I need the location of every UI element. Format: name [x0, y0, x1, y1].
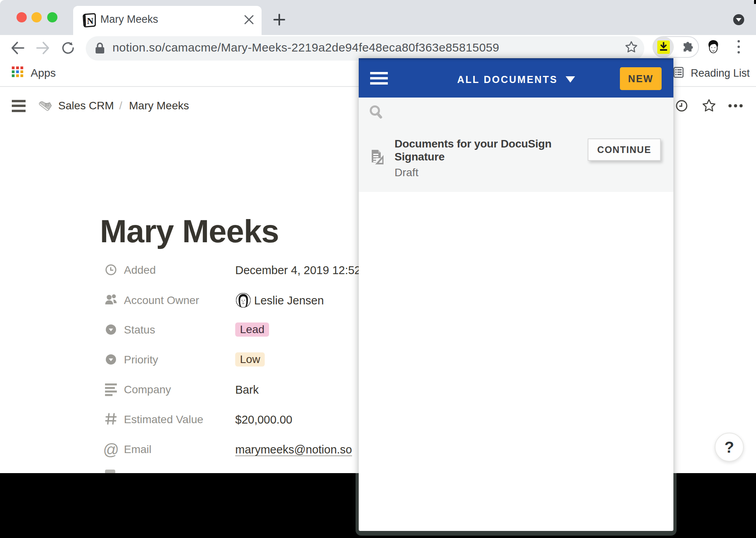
svg-text:N: N — [87, 16, 94, 26]
